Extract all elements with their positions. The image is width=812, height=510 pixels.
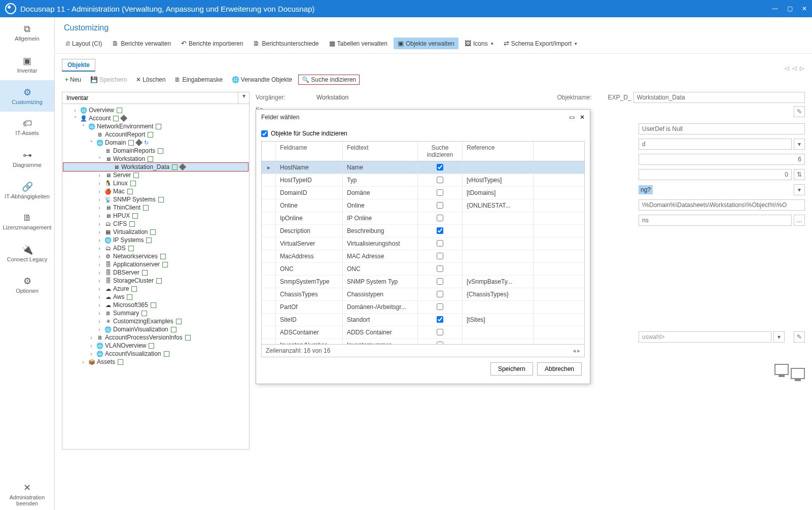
rail-customizing[interactable]: ⚙Customizing xyxy=(0,80,54,112)
grid-row[interactable]: DomainID Domäne [tDomains] xyxy=(262,187,584,199)
col-reference[interactable]: Reference xyxy=(463,142,534,161)
tree-node-ip_systems[interactable]: › 🌐 IP Systems xyxy=(63,236,248,244)
cell-index-checkbox[interactable] xyxy=(437,278,443,285)
tb-schema[interactable]: ⇄Schema Export/Import xyxy=(500,38,581,49)
tree-node-aws[interactable]: › ☁ Aws xyxy=(63,293,248,301)
grid-row[interactable]: ChassisTypes Chassistypen {ChassisTypes} xyxy=(262,288,584,301)
tree-node-ads[interactable]: › 🗂 ADS xyxy=(63,244,248,252)
tree-node-server[interactable]: › 🖥 Server xyxy=(63,171,248,179)
tb-icons[interactable]: 🖼Icons xyxy=(461,38,498,49)
grid-row[interactable]: Description Beschreibung xyxy=(262,225,584,237)
cell-index-checkbox[interactable] xyxy=(437,253,443,259)
stb-neu[interactable]: +Neu xyxy=(62,75,84,84)
grid-row[interactable]: HostTypeID Typ [vHostTypes] xyxy=(262,174,584,187)
tree-node-applicationserver[interactable]: › 🗄 Applicationserver xyxy=(63,260,248,268)
grid-body[interactable]: ▸ HostName Name HostTypeID Typ [vHostTyp… xyxy=(262,161,584,344)
tb-reports-diff[interactable]: 🗎Berichtsunterschiede xyxy=(249,38,323,49)
cell-index-checkbox[interactable] xyxy=(437,316,443,323)
grid-row[interactable]: IpOnline IP Online xyxy=(262,212,584,225)
tree-node-hpux[interactable]: › 🖥 HPUX xyxy=(63,212,248,220)
rail-exit[interactable]: ✕Administration beenden xyxy=(0,479,54,510)
tree-node-overview[interactable]: › 🌐 Overview xyxy=(63,106,248,114)
cell-index-checkbox[interactable] xyxy=(437,202,443,209)
sort-dd[interactable]: ▾ xyxy=(794,139,805,150)
stb-suche-indizieren[interactable]: 🔍Suche indizieren xyxy=(298,75,360,85)
cell-index-checkbox[interactable] xyxy=(437,303,443,310)
grid-row[interactable]: ONC ONC xyxy=(262,263,584,276)
inp-datei[interactable] xyxy=(639,199,805,211)
grid-row[interactable]: MacAddress MAC Adresse xyxy=(262,250,584,263)
inp-tabelle[interactable] xyxy=(639,215,792,226)
tree-node-virtualization[interactable]: › ▦ Virtualization xyxy=(63,228,248,236)
icon-select[interactable]: uswahl> xyxy=(639,331,771,343)
dlg-index-checkbox[interactable] xyxy=(261,130,268,137)
col-suche[interactable]: Suche indizieren xyxy=(418,142,463,161)
tree-node-domain[interactable]: ˅ 🌐 Domain ↻ xyxy=(63,139,248,147)
tree-node-account_report[interactable]: 🗎 AccountReport xyxy=(63,130,248,139)
tree-combo[interactable] xyxy=(62,92,238,104)
dlg-save-button[interactable]: Speichern xyxy=(490,362,533,376)
inp-anzeige[interactable] xyxy=(639,154,805,165)
grid-hscroll[interactable]: ◂ ▸ xyxy=(573,347,580,354)
tab-objekte[interactable]: Objekte xyxy=(62,59,95,72)
grid-row[interactable]: SnmpSystemType SNMP System Typ [vSnmpBas… xyxy=(262,276,584,288)
tree-node-assets[interactable]: › 📦 Assets xyxy=(63,358,248,366)
tb-objects[interactable]: ▣Objekte verwalten xyxy=(394,38,458,49)
cell-index-checkbox[interactable] xyxy=(437,227,443,234)
cell-index-checkbox[interactable] xyxy=(437,240,443,247)
minimize-icon[interactable]: — xyxy=(772,5,778,12)
stb-eingabemaske[interactable]: 🗎Eingabemaske xyxy=(171,75,225,84)
cell-index-checkbox[interactable] xyxy=(437,177,443,183)
tree-node-customizing_examples[interactable]: › ✳ CustomizingExamples xyxy=(63,317,248,325)
kategorie-edit[interactable]: ✎ xyxy=(794,106,805,117)
inp-report[interactable]: ng? xyxy=(639,185,653,194)
cell-index-checkbox[interactable] xyxy=(437,164,443,171)
dlg-cancel-button[interactable]: Abbrechen xyxy=(537,362,582,376)
grid-row[interactable]: SiteID Standort [tSites] xyxy=(262,314,584,326)
maximize-icon[interactable]: ▢ xyxy=(787,5,793,12)
tree-node-network_env[interactable]: ˅ 🌐 NetworkEnvironment xyxy=(63,122,248,130)
inp-sort[interactable]: d xyxy=(639,139,792,150)
rail-diagramme[interactable]: ⊶Diagramme xyxy=(0,143,54,175)
rail-lizenz[interactable]: 🗎Lizenzmanagement xyxy=(0,206,54,237)
icon-edit[interactable]: ✎ xyxy=(794,331,805,343)
grid-row[interactable]: ▸ HostName Name xyxy=(262,161,584,174)
tree-node-snmp[interactable]: › 📡 SNMP Systems xyxy=(63,195,248,203)
cell-index-checkbox[interactable] xyxy=(437,215,443,221)
stb-speichern[interactable]: 💾Speichern xyxy=(87,75,130,84)
rail-optionen[interactable]: ⚙Optionen xyxy=(0,269,54,300)
tb-layout[interactable]: ⎚Layout (CI) xyxy=(62,38,106,49)
tabelle-more[interactable]: … xyxy=(794,215,805,226)
cell-index-checkbox[interactable] xyxy=(437,189,443,196)
tb-tables[interactable]: ▦Tabellen verwalten xyxy=(325,38,392,49)
tree-node-summary[interactable]: › 🗎 Summary xyxy=(63,309,248,317)
tree-node-account_visualization[interactable]: › 🌐 AccountVisualization xyxy=(63,350,248,358)
tree-node-dbserver[interactable]: › 🗄 DBServer xyxy=(63,268,248,277)
tree-node-linux[interactable]: › 🐧 Linux xyxy=(63,179,248,187)
rail-it-abh[interactable]: 🔗IT-Abhängigkeiten xyxy=(0,175,54,206)
icon-dd[interactable]: ▾ xyxy=(773,331,785,343)
rail-it-assets[interactable]: 🏷IT-Assets xyxy=(0,112,54,143)
tb-reports-import[interactable]: ↶Berichte importieren xyxy=(177,38,247,49)
rail-allgemein[interactable]: ⧉Allgemein xyxy=(0,17,54,49)
cell-index-checkbox[interactable] xyxy=(437,342,443,344)
report-dd[interactable]: ▾ xyxy=(794,184,805,195)
col-feldtext[interactable]: Feldtext xyxy=(343,142,418,161)
grid-row[interactable]: InventoryNumber Inventarnummer xyxy=(262,339,584,344)
dialog-maximize-icon[interactable]: ▭ xyxy=(569,114,575,121)
tree-node-workstation_data[interactable]: 🖥 Workstation_Data xyxy=(63,163,248,171)
cell-index-checkbox[interactable] xyxy=(437,329,443,335)
cell-index-checkbox[interactable] xyxy=(437,265,443,272)
inp-auswahl[interactable] xyxy=(639,169,792,180)
tree-node-cifs[interactable]: › 🗂 CIFS xyxy=(63,220,248,228)
close-icon[interactable]: ✕ xyxy=(802,5,807,12)
tree-node-mac[interactable]: › 🍎 Mac xyxy=(63,187,248,195)
grid-row[interactable]: ADSContainer ADDS Container xyxy=(262,326,584,339)
tree-node-domain_reports[interactable]: 🗎 DomainReports xyxy=(63,147,248,155)
tree-node-domain_visualization[interactable]: › 🌐 DomainVisualization xyxy=(63,325,248,333)
tree-combo-dd[interactable]: ▾ xyxy=(238,92,249,104)
tree-node-vlan_overview[interactable]: › 🌐 VLANOverview xyxy=(63,342,248,350)
tree-node-storagecluster[interactable]: › 🗄 StorageCluster xyxy=(63,277,248,285)
cell-index-checkbox[interactable] xyxy=(437,291,443,297)
col-feldname[interactable]: Feldname xyxy=(276,142,343,161)
